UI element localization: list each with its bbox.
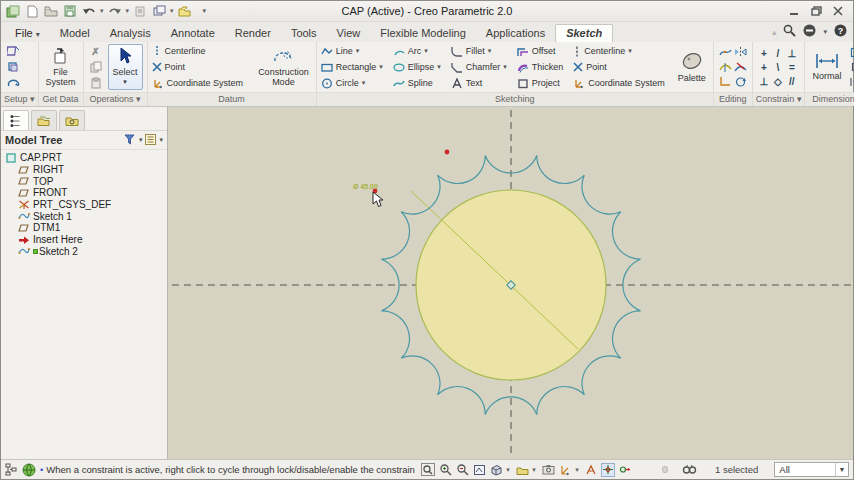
- corner-icon[interactable]: [718, 75, 733, 90]
- sketch-setup-icon[interactable]: [5, 44, 21, 58]
- regenerate-icon[interactable]: [132, 4, 148, 19]
- account-menu-caret[interactable]: ▾: [823, 28, 827, 36]
- group-label-dimension[interactable]: Dimension ▾: [805, 92, 854, 106]
- display-style-icon[interactable]: [489, 463, 503, 477]
- tree-item-front[interactable]: FRONT: [1, 187, 167, 199]
- new-file-icon[interactable]: [24, 4, 40, 19]
- collapse-ribbon-icon[interactable]: ▴: [772, 27, 777, 37]
- coincident-constraint-icon[interactable]: ⊥: [757, 74, 771, 88]
- tab-applications[interactable]: Applications: [476, 25, 555, 42]
- copy-icon[interactable]: [88, 60, 104, 74]
- select-button[interactable]: Select ▾: [108, 44, 143, 90]
- midpoint-constraint-icon[interactable]: \: [771, 60, 785, 74]
- fillet-button[interactable]: Fillet▾: [451, 44, 507, 59]
- tab-analysis[interactable]: Analysis: [100, 25, 161, 42]
- offset-button[interactable]: Offset: [517, 44, 564, 59]
- constraint-display-icon[interactable]: [618, 463, 632, 477]
- sketch-canvas[interactable]: Ø 45.00: [168, 107, 853, 459]
- tab-flexible-modeling[interactable]: Flexible Modeling: [370, 25, 476, 42]
- tree-settings-icon[interactable]: [144, 133, 157, 148]
- palette-button[interactable]: Palette: [675, 50, 709, 84]
- tree-item-part[interactable]: CAP.PRT: [1, 152, 167, 164]
- minimize-button[interactable]: [787, 5, 801, 17]
- display-style-caret[interactable]: ▾: [506, 466, 512, 474]
- dropdown-caret-icon[interactable]: ▼: [835, 463, 848, 476]
- saved-orientations-icon[interactable]: [515, 463, 529, 477]
- undo-icon[interactable]: [81, 4, 97, 19]
- tab-view[interactable]: View: [327, 25, 371, 42]
- normal-dimension-button[interactable]: Normal: [809, 52, 844, 82]
- delete-segment-icon[interactable]: [733, 60, 748, 75]
- window-switch-icon[interactable]: [151, 4, 167, 19]
- selection-filter-dropdown[interactable]: All ▼: [774, 462, 849, 477]
- tree-item-top[interactable]: TOP: [1, 175, 167, 187]
- repaint-icon[interactable]: [472, 463, 486, 477]
- reference-dimension-icon[interactable]: [848, 60, 854, 74]
- rotate-resize-icon[interactable]: [733, 75, 748, 90]
- circle-button[interactable]: Circle▾: [321, 76, 383, 91]
- tab-model[interactable]: Model: [50, 25, 100, 42]
- toggle-model-tree-icon[interactable]: [5, 462, 18, 477]
- datum-display-filters-icon[interactable]: [558, 463, 572, 477]
- symmetric-constraint-icon[interactable]: ◇: [771, 74, 785, 88]
- customize-toolbar-caret[interactable]: ▾: [203, 7, 207, 15]
- model-tree-tab[interactable]: [3, 110, 29, 130]
- connect-account-icon[interactable]: [803, 24, 816, 39]
- file-system-button[interactable]: File System: [43, 46, 79, 88]
- help-icon[interactable]: ?: [834, 24, 847, 39]
- paste-icon[interactable]: [88, 76, 104, 90]
- equal-constraint-icon[interactable]: =: [785, 60, 799, 74]
- tab-file[interactable]: File ▾: [5, 25, 50, 42]
- favorites-tab[interactable]: [59, 110, 85, 130]
- redo-menu-caret[interactable]: ▾: [126, 7, 130, 15]
- modify-icon[interactable]: [718, 45, 733, 60]
- zoom-out-icon[interactable]: [455, 463, 469, 477]
- redo-icon[interactable]: [107, 4, 123, 19]
- diameter-dimension-label[interactable]: Ø 45.00: [353, 183, 378, 190]
- tab-tools[interactable]: Tools: [281, 25, 327, 42]
- vertical-constraint-icon[interactable]: +: [757, 46, 771, 60]
- search-icon[interactable]: [783, 24, 796, 39]
- close-window-icon[interactable]: [177, 4, 193, 19]
- ellipse-button[interactable]: Ellipse▾: [393, 60, 441, 75]
- mirror-icon[interactable]: [733, 45, 748, 60]
- tangent-constraint-icon[interactable]: /: [771, 46, 785, 60]
- view-images-icon[interactable]: [541, 463, 555, 477]
- tab-render[interactable]: Render: [225, 25, 281, 42]
- group-label-operations[interactable]: Operations ▾: [84, 92, 147, 106]
- find-icon[interactable]: [682, 462, 697, 477]
- datum-point-button[interactable]: Point: [152, 60, 244, 75]
- datum-display-caret[interactable]: ▾: [575, 466, 581, 474]
- sketch-view-icon[interactable]: [5, 60, 21, 74]
- folder-browser-tab[interactable]: [31, 110, 57, 130]
- window-menu-caret[interactable]: ▾: [170, 7, 174, 15]
- thicken-button[interactable]: Thicken: [517, 60, 564, 75]
- zoom-in-icon[interactable]: [438, 463, 452, 477]
- tab-annotate[interactable]: Annotate: [161, 25, 225, 42]
- baseline-dimension-icon[interactable]: [848, 75, 854, 89]
- spin-center-icon[interactable]: [601, 463, 615, 477]
- spline-button[interactable]: Spline: [393, 76, 441, 91]
- group-label-setup[interactable]: Setup ▾: [1, 92, 38, 106]
- close-button[interactable]: [831, 5, 845, 17]
- chamfer-button[interactable]: Chamfer▾: [451, 60, 507, 75]
- tree-item-sketch2[interactable]: Sketch 2: [1, 246, 167, 258]
- perpendicular-constraint-icon[interactable]: ⊥: [785, 46, 799, 60]
- toggle-browser-icon[interactable]: [22, 462, 36, 477]
- perimeter-dimension-icon[interactable]: [848, 45, 854, 59]
- undo-menu-caret[interactable]: ▾: [100, 7, 104, 15]
- tree-item-insert-here[interactable]: Insert Here: [1, 234, 167, 246]
- cut-icon[interactable]: ✗: [88, 44, 104, 58]
- datum-centerline-button[interactable]: Centerline: [152, 44, 244, 59]
- sk-point-button[interactable]: Point: [573, 60, 665, 75]
- construction-mode-button[interactable]: Construction Mode: [255, 46, 312, 88]
- arc-button[interactable]: Arc▾: [393, 44, 441, 59]
- tree-item-dtm1[interactable]: DTM1: [1, 222, 167, 234]
- horizontal-constraint-icon[interactable]: +: [757, 60, 771, 74]
- tree-filter-caret[interactable]: ▾: [139, 136, 143, 144]
- tab-sketch[interactable]: Sketch: [555, 24, 613, 42]
- save-icon[interactable]: [62, 4, 78, 19]
- restore-button[interactable]: [809, 5, 823, 17]
- tree-item-right[interactable]: RIGHT: [1, 164, 167, 176]
- saved-orientations-caret[interactable]: ▾: [532, 466, 538, 474]
